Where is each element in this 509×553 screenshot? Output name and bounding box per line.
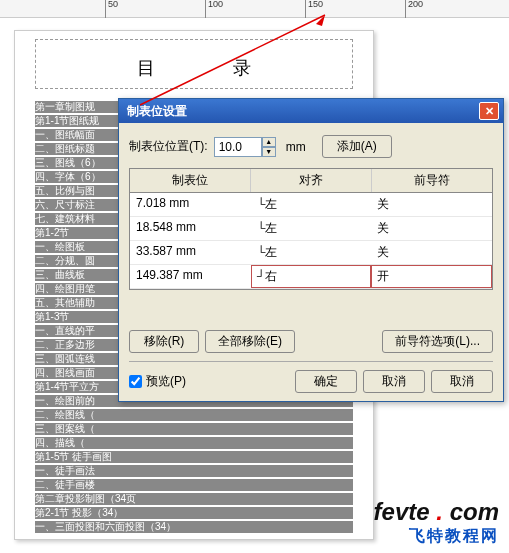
toc-line[interactable]: 三、图案线（	[35, 423, 353, 435]
table-row[interactable]: 7.018 mm└左关	[130, 193, 492, 217]
cell-align: └左	[251, 193, 372, 216]
toc-line[interactable]: 二、徒手画楼	[35, 479, 353, 491]
remove-button[interactable]: 移除(R)	[129, 330, 199, 353]
tab-position-label: 制表位位置(T):	[129, 138, 208, 155]
cell-leader: 关	[371, 193, 492, 216]
cell-leader: 关	[371, 217, 492, 240]
doc-title[interactable]: 目 录	[35, 39, 353, 89]
remove-all-button[interactable]: 全部移除(E)	[205, 330, 295, 353]
ok-button[interactable]: 确定	[295, 370, 357, 393]
toc-line[interactable]: 第2-1节 投影（34）	[35, 507, 353, 519]
horizontal-ruler: 50 100 150 200	[0, 0, 509, 18]
wm-text-b: com	[450, 498, 499, 525]
cancel2-button[interactable]: 取消	[431, 370, 493, 393]
table-row[interactable]: 149.387 mm┘右开	[130, 265, 492, 289]
toc-line[interactable]: 一、徒手画法	[35, 465, 353, 477]
leader-options-button[interactable]: 前导符选项(L)...	[382, 330, 493, 353]
preview-label[interactable]: 预览(P)	[146, 373, 186, 390]
wm-sub: 飞特教程网	[374, 526, 499, 547]
cell-tab: 7.018 mm	[130, 193, 251, 216]
cell-tab: 18.548 mm	[130, 217, 251, 240]
toc-line[interactable]: 第二章投影制图（34页	[35, 493, 353, 505]
cell-tab: 33.587 mm	[130, 241, 251, 264]
unit-label: mm	[286, 140, 306, 154]
tab-position-spinner[interactable]: ▲ ▼	[214, 137, 276, 157]
preview-checkbox[interactable]	[129, 375, 142, 388]
cell-tab: 149.387 mm	[130, 265, 251, 288]
ruler-mark: 100	[205, 0, 223, 18]
cell-align: ┘右	[251, 265, 372, 288]
watermark: fevte . com 飞特教程网	[374, 498, 499, 547]
tab-stops-table[interactable]: 制表位 对齐 前导符 7.018 mm└左关18.548 mm└左关33.587…	[129, 168, 493, 290]
table-row[interactable]: 18.548 mm└左关	[130, 217, 492, 241]
col-leader: 前导符	[372, 169, 492, 192]
tab-position-input[interactable]	[214, 137, 262, 157]
dialog-title: 制表位设置	[123, 103, 479, 120]
cell-align: └左	[251, 241, 372, 264]
tab-settings-dialog: 制表位设置 ✕ 制表位位置(T): ▲ ▼ mm 添加(A) 制表位 对齐 前导…	[118, 98, 504, 402]
toc-line[interactable]: 二、绘图线（	[35, 409, 353, 421]
ruler-mark: 50	[105, 0, 118, 18]
spinner-up[interactable]: ▲	[262, 137, 276, 147]
separator	[129, 361, 493, 362]
close-button[interactable]: ✕	[479, 102, 499, 120]
col-align: 对齐	[251, 169, 372, 192]
ruler-mark: 200	[405, 0, 423, 18]
cell-align: └左	[251, 217, 372, 240]
toc-line[interactable]: 四、描线（	[35, 437, 353, 449]
table-header: 制表位 对齐 前导符	[130, 169, 492, 193]
cell-leader: 关	[371, 241, 492, 264]
toc-line[interactable]: 一、三面投图和六面投图（34）	[35, 521, 353, 533]
add-button[interactable]: 添加(A)	[322, 135, 392, 158]
toc-line[interactable]: 第1-5节 徒手画图	[35, 451, 353, 463]
wm-text-a: fevte	[374, 498, 430, 525]
ruler-mark: 150	[305, 0, 323, 18]
cell-leader: 开	[371, 265, 492, 288]
col-tab: 制表位	[130, 169, 251, 192]
table-row[interactable]: 33.587 mm└左关	[130, 241, 492, 265]
spinner-down[interactable]: ▼	[262, 147, 276, 157]
dialog-titlebar[interactable]: 制表位设置 ✕	[119, 99, 503, 123]
cancel-button[interactable]: 取消	[363, 370, 425, 393]
